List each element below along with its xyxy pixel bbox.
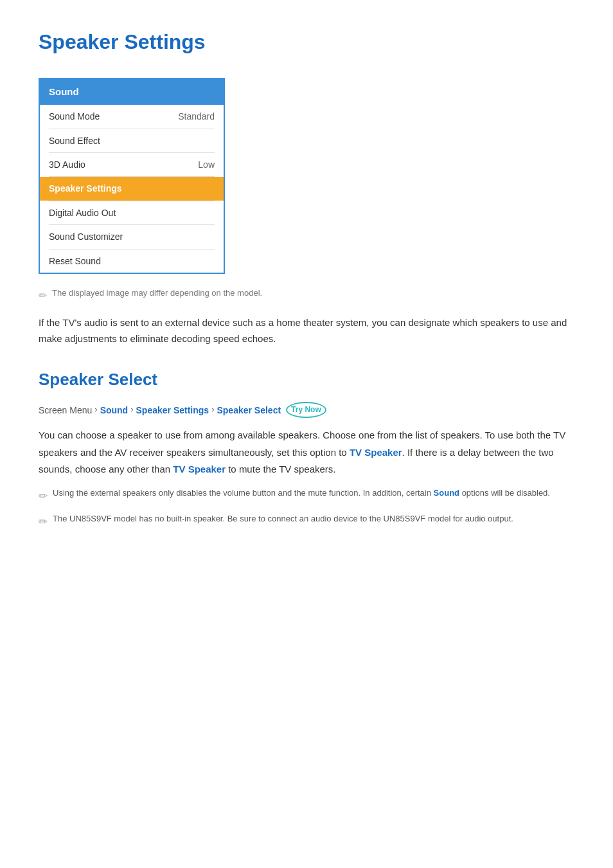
breadcrumb: Screen Menu › Sound › Speaker Settings ›… [39,402,574,418]
menu-item-sound-mode[interactable]: Sound Mode Standard [40,105,224,128]
breadcrumb-sep-3: › [211,403,214,417]
pencil-icon-note-1: ✏ [39,487,48,505]
page-title: Speaker Settings [39,26,574,59]
menu-item-label-sound-customizer: Sound Customizer [49,230,123,244]
menu-item-label-speaker-settings: Speaker Settings [49,181,122,195]
image-note-row: ✏ The displayed image may differ dependi… [39,287,574,304]
image-note-text: The displayed image may differ depending… [52,287,262,300]
breadcrumb-sep-2: › [130,403,133,417]
menu-item-reset-sound[interactable]: Reset Sound [40,249,224,273]
menu-item-label-reset-sound: Reset Sound [49,254,101,268]
menu-item-label-sound-effect: Sound Effect [49,134,100,148]
notes-section: ✏ Using the external speakers only disab… [39,487,574,530]
try-now-badge[interactable]: Try Now [286,402,326,418]
menu-item-label-sound-mode: Sound Mode [49,109,100,123]
sound-link-note-1[interactable]: Sound [434,488,459,498]
menu-item-value-sound-mode: Standard [178,109,215,123]
breadcrumb-speaker-settings[interactable]: Speaker Settings [136,403,209,417]
breadcrumb-sound[interactable]: Sound [100,403,129,417]
menu-item-3d-audio[interactable]: 3D Audio Low [40,153,224,176]
speaker-select-body: You can choose a speaker to use from amo… [39,427,574,478]
breadcrumb-sep-1: › [94,403,97,417]
section-description: If the TV's audio is sent to an external… [39,314,574,347]
note-1: ✏ Using the external speakers only disab… [39,487,574,505]
pencil-icon: ✏ [39,287,47,304]
note-2: ✏ The UN85S9VF model has no built-in spe… [39,512,574,530]
breadcrumb-speaker-select[interactable]: Speaker Select [217,403,281,417]
menu-box: Sound Sound Mode Standard Sound Effect 3… [39,78,225,274]
breadcrumb-screen-menu: Screen Menu [39,403,92,417]
menu-item-value-3d-audio: Low [198,158,215,172]
tv-speaker-link-1[interactable]: TV Speaker [350,447,402,458]
note-1-text: Using the external speakers only disable… [53,487,550,500]
tv-speaker-link-2[interactable]: TV Speaker [173,464,226,475]
note-2-text: The UN85S9VF model has no built-in speak… [53,512,513,526]
pencil-icon-note-2: ✏ [39,513,48,530]
menu-item-sound-customizer[interactable]: Sound Customizer [40,225,224,248]
menu-item-label-3d-audio: 3D Audio [49,158,85,172]
speaker-select-title: Speaker Select [39,366,574,393]
menu-item-speaker-settings[interactable]: Speaker Settings [40,177,224,200]
menu-item-label-digital-audio-out: Digital Audio Out [49,206,116,220]
menu-item-digital-audio-out[interactable]: Digital Audio Out [40,201,224,224]
menu-item-sound-effect[interactable]: Sound Effect [40,129,224,152]
menu-header: Sound [40,79,224,105]
